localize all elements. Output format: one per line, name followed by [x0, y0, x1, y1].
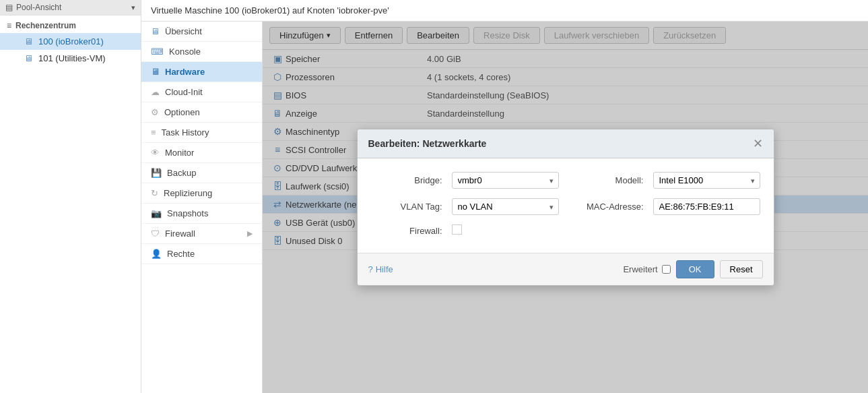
vm-100-label: 100 (ioBroker01): [38, 36, 104, 47]
nav-ubersicht-label: Übersicht: [165, 26, 202, 36]
pool-label: ▤ Pool-Ansicht: [5, 3, 61, 12]
erweitert-checkbox[interactable]: [662, 265, 671, 274]
hardware-icon: 🖥: [151, 67, 160, 77]
footer-left: ? Hilfe: [368, 264, 393, 274]
sidebar-item-101[interactable]: 🖥 101 (Utilities-VM): [0, 50, 141, 67]
firewall-checkbox[interactable]: [452, 224, 462, 235]
konsole-icon: ⌨: [151, 47, 164, 57]
modal-close-button[interactable]: ✕: [753, 136, 763, 151]
help-button[interactable]: ? Hilfe: [368, 264, 393, 274]
sidebar: ▤ Pool-Ansicht ▾ ≡ Rechenzentrum 🖥 100 (…: [0, 0, 141, 393]
modell-field: Intel E1000: [653, 172, 760, 189]
nav-backup-label: Backup: [167, 168, 196, 178]
mac-row: MAC-Adresse:: [572, 198, 760, 215]
erweitert-area: Erweitert: [623, 264, 670, 274]
bridge-field: vmbr0: [452, 172, 559, 189]
vlan-field: no VLAN: [452, 198, 559, 215]
nav-monitor[interactable]: 👁 Monitor: [141, 143, 262, 163]
main-area: ▤ Pool-Ansicht ▾ ≡ Rechenzentrum 🖥 100 (…: [0, 0, 868, 393]
gear-icon: ⚙: [151, 107, 159, 117]
nav-snapshots-label: Snapshots: [167, 208, 208, 218]
ok-button[interactable]: OK: [676, 260, 714, 278]
nav-cloud-init-label: Cloud-Init: [165, 87, 203, 97]
mac-label: MAC-Adresse:: [572, 202, 653, 212]
nav-hardware-label: Hardware: [165, 67, 205, 77]
modal-body: Bridge: vmbr0: [358, 158, 774, 253]
eye-icon: 👁: [151, 148, 160, 158]
erweitert-label: Erweitert: [623, 264, 657, 274]
modal-header: Bearbeiten: Netzwerkkarte ✕: [358, 129, 774, 158]
nav-ubersicht[interactable]: 🖥 Übersicht: [141, 22, 262, 42]
nav-cloud-init[interactable]: ☁ Cloud-Init: [141, 82, 262, 102]
vlan-row: VLAN Tag: no VLAN: [371, 198, 559, 215]
camera-icon: 📷: [151, 208, 162, 218]
nav-optionen-label: Optionen: [164, 107, 200, 117]
datacenter-label: Rechenzentrum: [15, 21, 76, 30]
nav-konsole-label: Konsole: [169, 47, 201, 57]
app: ▤ Pool-Ansicht ▾ ≡ Rechenzentrum 🖥 100 (…: [0, 0, 868, 393]
help-label: Hilfe: [376, 264, 393, 274]
reset-label: Reset: [730, 264, 753, 274]
refresh-icon: ↻: [151, 188, 158, 198]
vm-101-label: 101 (Utilities-VM): [38, 53, 106, 63]
nav-monitor-label: Monitor: [165, 148, 194, 158]
modell-label: Modell:: [572, 175, 653, 185]
firewall-label: Firewall:: [371, 226, 452, 236]
ok-label: OK: [689, 264, 702, 274]
edit-network-modal: Bearbeiten: Netzwerkkarte ✕ Bridge:: [357, 129, 774, 286]
datacenter-group: ≡ Rechenzentrum 🖥 100 (ioBroker01) 🖥 101…: [0, 16, 141, 69]
firewall-expand-icon: ▶: [247, 229, 253, 238]
modal-title: Bearbeiten: Netzwerkkarte: [368, 138, 487, 149]
list-icon: ≡: [151, 127, 156, 138]
shield-icon: 🛡: [151, 229, 160, 239]
reset-button[interactable]: Reset: [720, 260, 763, 278]
nav-snapshots[interactable]: 📷 Snapshots: [141, 204, 262, 224]
nav-task-history[interactable]: ≡ Task History: [141, 123, 262, 143]
nav-firewall-label: Firewall: [165, 229, 195, 239]
pool-icon: ▤: [5, 3, 13, 12]
bridge-select[interactable]: vmbr0: [452, 172, 559, 189]
pool-view-header[interactable]: ▤ Pool-Ansicht ▾: [0, 0, 141, 16]
mac-field: [653, 198, 760, 215]
sidebar-item-100[interactable]: 🖥 100 (ioBroker01): [0, 33, 141, 50]
nav-task-history-label: Task History: [162, 127, 209, 138]
nav-rechte[interactable]: 👤 Rechte: [141, 244, 262, 264]
bridge-row: Bridge: vmbr0: [371, 172, 559, 189]
modell-row: Modell: Intel E1000: [572, 172, 760, 189]
modal-overlay: Bearbeiten: Netzwerkkarte ✕ Bridge:: [263, 22, 868, 393]
help-icon: ?: [368, 264, 373, 274]
main-content: 🖥 Übersicht ⌨ Konsole 🖥 Hardware ☁ Cloud…: [141, 22, 868, 393]
ubersicht-icon: 🖥: [151, 26, 160, 36]
vlan-label: VLAN Tag:: [371, 202, 452, 212]
mac-input[interactable]: [653, 198, 760, 215]
nav-optionen[interactable]: ⚙ Optionen: [141, 102, 262, 123]
firewall-row: Firewall:: [371, 224, 559, 237]
cloud-icon: ☁: [151, 87, 160, 97]
nav-panel: 🖥 Übersicht ⌨ Konsole 🖥 Hardware ☁ Cloud…: [141, 22, 263, 393]
firewall-field: [452, 224, 559, 237]
datacenter-icon: ≡: [7, 21, 11, 30]
pool-view-text: Pool-Ansicht: [16, 3, 61, 12]
header-title: Virtuelle Maschine 100 (ioBroker01) auf …: [151, 5, 389, 16]
nav-konsole[interactable]: ⌨ Konsole: [141, 42, 262, 62]
bridge-label: Bridge:: [371, 175, 452, 185]
nav-backup[interactable]: 💾 Backup: [141, 163, 262, 183]
nav-hardware[interactable]: 🖥 Hardware: [141, 62, 262, 82]
vm-icon: 🖥: [24, 36, 33, 47]
vlan-select[interactable]: no VLAN: [452, 198, 559, 215]
nav-rechte-label: Rechte: [167, 249, 195, 259]
detail-panel: Hinzufügen Entfernen Bearbeiten Resize D…: [263, 22, 868, 393]
modal-footer: ? Hilfe Erweitert OK: [358, 253, 774, 285]
modell-select[interactable]: Intel E1000: [653, 172, 760, 189]
content: Virtuelle Maschine 100 (ioBroker01) auf …: [141, 0, 868, 393]
nav-replizierung-label: Replizierung: [164, 188, 212, 198]
datacenter-header[interactable]: ≡ Rechenzentrum: [0, 18, 141, 33]
content-header: Virtuelle Maschine 100 (ioBroker01) auf …: [141, 0, 868, 22]
pool-chevron-icon: ▾: [131, 3, 135, 12]
nav-firewall[interactable]: 🛡 Firewall ▶: [141, 224, 262, 244]
nav-replizierung[interactable]: ↻ Replizierung: [141, 183, 262, 204]
backup-icon: 💾: [151, 168, 162, 178]
vm-icon: 🖥: [24, 53, 33, 63]
user-icon: 👤: [151, 249, 162, 259]
